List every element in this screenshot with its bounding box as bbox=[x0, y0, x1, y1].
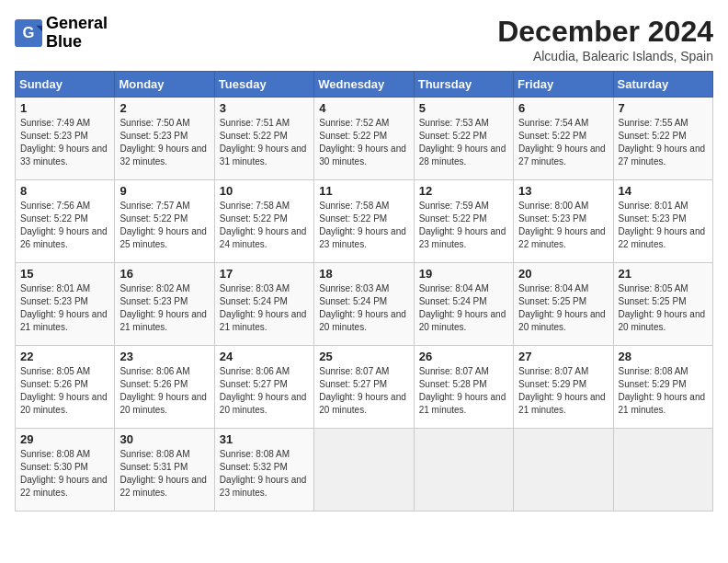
calendar-cell: 26 Sunrise: 8:07 AM Sunset: 5:28 PM Dayl… bbox=[414, 346, 513, 429]
calendar-cell bbox=[514, 429, 613, 511]
calendar-cell: 6 Sunrise: 7:54 AM Sunset: 5:22 PM Dayli… bbox=[514, 98, 613, 180]
calendar-cell: 31 Sunrise: 8:08 AM Sunset: 5:32 PM Dayl… bbox=[214, 429, 313, 511]
calendar-cell: 20 Sunrise: 8:04 AM Sunset: 5:25 PM Dayl… bbox=[514, 263, 613, 346]
cell-content: Sunrise: 8:03 AM Sunset: 5:24 PM Dayligh… bbox=[220, 282, 309, 334]
day-number: 24 bbox=[220, 350, 309, 363]
logo-line2: Blue bbox=[46, 33, 108, 52]
day-number: 13 bbox=[518, 184, 608, 198]
cell-content: Sunrise: 8:08 AM Sunset: 5:30 PM Dayligh… bbox=[20, 448, 109, 500]
cell-content: Sunrise: 8:07 AM Sunset: 5:27 PM Dayligh… bbox=[319, 365, 408, 417]
cell-content: Sunrise: 7:53 AM Sunset: 5:22 PM Dayligh… bbox=[419, 117, 508, 168]
cell-content: Sunrise: 8:01 AM Sunset: 5:23 PM Dayligh… bbox=[619, 200, 708, 251]
calendar-cell bbox=[414, 429, 513, 511]
day-number: 6 bbox=[518, 101, 608, 115]
calendar-cell: 15 Sunrise: 8:01 AM Sunset: 5:23 PM Dayl… bbox=[16, 263, 115, 346]
calendar-cell: 28 Sunrise: 8:08 AM Sunset: 5:29 PM Dayl… bbox=[613, 346, 712, 429]
cell-content: Sunrise: 8:08 AM Sunset: 5:32 PM Dayligh… bbox=[220, 448, 309, 500]
header-cell-saturday: Saturday bbox=[613, 72, 712, 98]
day-number: 17 bbox=[220, 267, 309, 281]
header-cell-sunday: Sunday bbox=[16, 72, 115, 98]
cell-content: Sunrise: 8:06 AM Sunset: 5:27 PM Dayligh… bbox=[220, 365, 309, 417]
day-number: 20 bbox=[518, 267, 608, 281]
day-number: 23 bbox=[119, 350, 209, 363]
cell-content: Sunrise: 8:05 AM Sunset: 5:25 PM Dayligh… bbox=[619, 282, 708, 334]
day-number: 31 bbox=[220, 432, 309, 446]
day-number: 7 bbox=[619, 101, 708, 115]
cell-content: Sunrise: 7:54 AM Sunset: 5:22 PM Dayligh… bbox=[518, 117, 608, 168]
day-number: 30 bbox=[119, 432, 209, 446]
calendar-cell: 18 Sunrise: 8:03 AM Sunset: 5:24 PM Dayl… bbox=[314, 263, 414, 346]
calendar-cell: 1 Sunrise: 7:49 AM Sunset: 5:23 PM Dayli… bbox=[16, 98, 115, 180]
day-number: 5 bbox=[419, 101, 508, 115]
title-block: December 2024 Alcudia, Balearic Islands,… bbox=[497, 15, 713, 63]
day-number: 10 bbox=[220, 184, 309, 198]
day-number: 25 bbox=[319, 350, 408, 363]
header-cell-wednesday: Wednesday bbox=[314, 72, 414, 98]
header-cell-thursday: Thursday bbox=[414, 72, 513, 98]
calendar-body: 1 Sunrise: 7:49 AM Sunset: 5:23 PM Dayli… bbox=[16, 98, 713, 511]
week-row-4: 22 Sunrise: 8:05 AM Sunset: 5:26 PM Dayl… bbox=[16, 346, 713, 429]
day-number: 18 bbox=[319, 267, 408, 281]
cell-content: Sunrise: 7:58 AM Sunset: 5:22 PM Dayligh… bbox=[319, 200, 408, 251]
day-number: 1 bbox=[20, 101, 109, 115]
calendar-cell: 19 Sunrise: 8:04 AM Sunset: 5:24 PM Dayl… bbox=[414, 263, 513, 346]
cell-content: Sunrise: 8:04 AM Sunset: 5:24 PM Dayligh… bbox=[419, 282, 508, 334]
day-number: 12 bbox=[419, 184, 508, 198]
cell-content: Sunrise: 7:56 AM Sunset: 5:22 PM Dayligh… bbox=[20, 200, 109, 251]
week-row-5: 29 Sunrise: 8:08 AM Sunset: 5:30 PM Dayl… bbox=[16, 429, 713, 511]
day-number: 22 bbox=[20, 350, 109, 363]
header-cell-friday: Friday bbox=[514, 72, 613, 98]
cell-content: Sunrise: 8:04 AM Sunset: 5:25 PM Dayligh… bbox=[518, 282, 608, 334]
calendar-header: SundayMondayTuesdayWednesdayThursdayFrid… bbox=[16, 72, 713, 98]
cell-content: Sunrise: 7:50 AM Sunset: 5:23 PM Dayligh… bbox=[119, 117, 209, 168]
calendar-cell: 7 Sunrise: 7:55 AM Sunset: 5:22 PM Dayli… bbox=[613, 98, 712, 180]
calendar-cell: 24 Sunrise: 8:06 AM Sunset: 5:27 PM Dayl… bbox=[214, 346, 313, 429]
day-number: 19 bbox=[419, 267, 508, 281]
cell-content: Sunrise: 7:52 AM Sunset: 5:22 PM Dayligh… bbox=[319, 117, 408, 168]
calendar-cell: 4 Sunrise: 7:52 AM Sunset: 5:22 PM Dayli… bbox=[314, 98, 414, 180]
calendar-cell: 2 Sunrise: 7:50 AM Sunset: 5:23 PM Dayli… bbox=[115, 98, 214, 180]
calendar-cell bbox=[613, 429, 712, 511]
day-number: 29 bbox=[20, 432, 109, 446]
calendar-cell bbox=[314, 429, 414, 511]
calendar-cell: 22 Sunrise: 8:05 AM Sunset: 5:26 PM Dayl… bbox=[16, 346, 115, 429]
calendar-cell: 12 Sunrise: 7:59 AM Sunset: 5:22 PM Dayl… bbox=[414, 180, 513, 263]
calendar-cell: 21 Sunrise: 8:05 AM Sunset: 5:25 PM Dayl… bbox=[613, 263, 712, 346]
cell-content: Sunrise: 8:07 AM Sunset: 5:29 PM Dayligh… bbox=[518, 365, 608, 417]
calendar-cell: 25 Sunrise: 8:07 AM Sunset: 5:27 PM Dayl… bbox=[314, 346, 414, 429]
week-row-2: 8 Sunrise: 7:56 AM Sunset: 5:22 PM Dayli… bbox=[16, 180, 713, 263]
cell-content: Sunrise: 8:03 AM Sunset: 5:24 PM Dayligh… bbox=[319, 282, 408, 334]
calendar-cell: 11 Sunrise: 7:58 AM Sunset: 5:22 PM Dayl… bbox=[314, 180, 414, 263]
day-number: 8 bbox=[20, 184, 109, 198]
calendar-cell: 13 Sunrise: 8:00 AM Sunset: 5:23 PM Dayl… bbox=[514, 180, 613, 263]
cell-content: Sunrise: 8:05 AM Sunset: 5:26 PM Dayligh… bbox=[20, 365, 109, 417]
cell-content: Sunrise: 8:08 AM Sunset: 5:31 PM Dayligh… bbox=[119, 448, 209, 500]
subtitle: Alcudia, Balearic Islands, Spain bbox=[497, 49, 713, 63]
cell-content: Sunrise: 7:49 AM Sunset: 5:23 PM Dayligh… bbox=[20, 117, 109, 168]
header-row: SundayMondayTuesdayWednesdayThursdayFrid… bbox=[16, 72, 713, 98]
day-number: 9 bbox=[119, 184, 209, 198]
calendar-cell: 27 Sunrise: 8:07 AM Sunset: 5:29 PM Dayl… bbox=[514, 346, 613, 429]
week-row-3: 15 Sunrise: 8:01 AM Sunset: 5:23 PM Dayl… bbox=[16, 263, 713, 346]
calendar-cell: 30 Sunrise: 8:08 AM Sunset: 5:31 PM Dayl… bbox=[115, 429, 214, 511]
calendar-cell: 8 Sunrise: 7:56 AM Sunset: 5:22 PM Dayli… bbox=[16, 180, 115, 263]
calendar-cell: 29 Sunrise: 8:08 AM Sunset: 5:30 PM Dayl… bbox=[16, 429, 115, 511]
cell-content: Sunrise: 8:07 AM Sunset: 5:28 PM Dayligh… bbox=[419, 365, 508, 417]
day-number: 15 bbox=[20, 267, 109, 281]
logo-line1: General bbox=[46, 15, 108, 33]
cell-content: Sunrise: 8:00 AM Sunset: 5:23 PM Dayligh… bbox=[518, 200, 608, 251]
day-number: 3 bbox=[220, 101, 309, 115]
cell-content: Sunrise: 7:51 AM Sunset: 5:22 PM Dayligh… bbox=[220, 117, 309, 168]
calendar-cell: 14 Sunrise: 8:01 AM Sunset: 5:23 PM Dayl… bbox=[613, 180, 712, 263]
calendar-cell: 23 Sunrise: 8:06 AM Sunset: 5:26 PM Dayl… bbox=[115, 346, 214, 429]
cell-content: Sunrise: 7:57 AM Sunset: 5:22 PM Dayligh… bbox=[119, 200, 209, 251]
month-title: December 2024 bbox=[497, 15, 713, 49]
header-cell-monday: Monday bbox=[115, 72, 214, 98]
cell-content: Sunrise: 8:01 AM Sunset: 5:23 PM Dayligh… bbox=[20, 282, 109, 334]
logo-icon: G bbox=[15, 19, 42, 47]
header: G General Blue December 2024 Alcudia, Ba… bbox=[15, 15, 713, 63]
calendar-cell: 3 Sunrise: 7:51 AM Sunset: 5:22 PM Dayli… bbox=[214, 98, 313, 180]
calendar-cell: 10 Sunrise: 7:58 AM Sunset: 5:22 PM Dayl… bbox=[214, 180, 313, 263]
calendar-cell: 9 Sunrise: 7:57 AM Sunset: 5:22 PM Dayli… bbox=[115, 180, 214, 263]
day-number: 11 bbox=[319, 184, 408, 198]
